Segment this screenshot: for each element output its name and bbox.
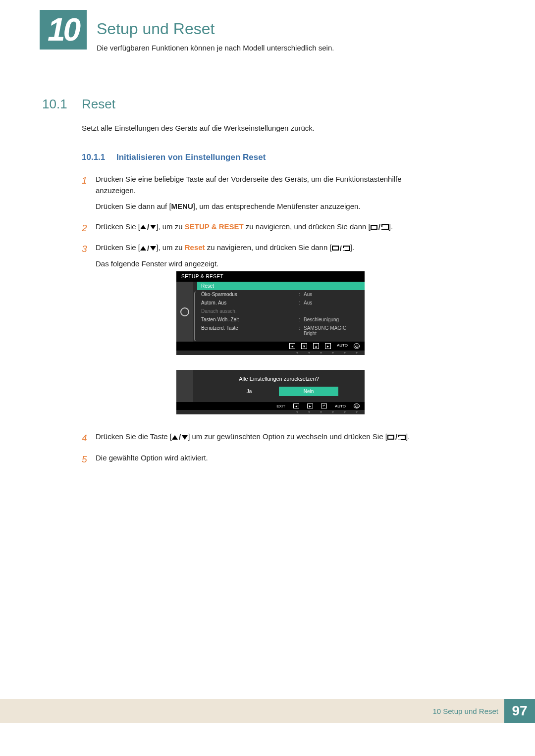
osd-row: Tasten-Wdh.-Zeit : Beschleunigung — [197, 315, 365, 324]
osd-row-value: Aus — [304, 300, 361, 305]
osd-row-label: Tasten-Wdh.-Zeit — [201, 317, 299, 322]
triangle-up-icon — [140, 225, 146, 229]
chapter-badge: 10 — [40, 10, 87, 50]
osd-row-label: Autom. Aus — [201, 300, 299, 305]
step-number: 1 — [82, 173, 96, 216]
step-number: 2 — [82, 221, 96, 237]
exit-label: EXIT — [276, 404, 285, 408]
step-2: 2 Drücken Sie [/], um zu SETUP & RESET z… — [82, 221, 443, 237]
power-icon: ⏻ — [354, 343, 360, 349]
subsection-title: Initialisieren von Einstellungen Reset — [116, 152, 266, 162]
chapter-number: 10 — [48, 11, 79, 48]
menu-label: MENU — [171, 202, 193, 210]
rect-icon — [332, 246, 339, 251]
step-5a: Die gewählte Option wird aktiviert. — [96, 452, 443, 463]
step-5: 5 Die gewählte Option wird aktiviert. — [82, 452, 443, 467]
step-number: 4 — [82, 431, 96, 447]
nav-left-icon: ◄ — [293, 403, 299, 408]
step-4: 4 Drücken Sie die Taste [/] um zur gewün… — [82, 431, 443, 447]
step-2a: Drücken Sie [/], um zu SETUP & RESET zu … — [96, 221, 443, 233]
nav-down-icon: ▼ — [301, 343, 307, 349]
txt: ], um das entsprechende Menüfenster anzu… — [193, 202, 361, 210]
osd-row-disabled: Danach aussch. — [197, 307, 365, 315]
step-3a: Drücken Sie [/], um zu Reset zu navigier… — [96, 242, 443, 254]
osd-row-value: Aus — [304, 292, 361, 297]
step-text: Die gewählte Option wird aktiviert. — [96, 452, 443, 467]
section-title: Reset — [82, 97, 115, 112]
txt: Drücken Sie [ — [96, 222, 140, 231]
triangle-up-icon — [140, 246, 146, 251]
rect-icon — [387, 435, 394, 440]
step-4a: Drücken Sie die Taste [/] um zur gewünsc… — [96, 431, 443, 443]
footer-text: 10 Setup und Reset — [432, 707, 498, 715]
osd-row-value: Beschleunigung — [304, 317, 361, 322]
txt: ], um zu — [156, 243, 185, 252]
txt: Drücken Sie dann auf [ — [96, 202, 171, 210]
txt: ]. — [389, 222, 393, 231]
nav-up-icon: ▲ — [313, 343, 319, 349]
osd-option-yes: Ja — [219, 387, 279, 396]
osd-option-no: Nein — [279, 387, 338, 396]
enter-icon — [343, 246, 350, 251]
osd-list: Reset Öko-Sparmodus : Aus Autom. Aus : A… — [193, 282, 365, 342]
auto-label: AUTO — [335, 404, 346, 408]
step-number: 3 — [82, 242, 96, 273]
up-down-icon: / — [172, 431, 188, 443]
osd-left-strip — [176, 370, 193, 402]
txt: Drücken Sie die Taste [ — [96, 432, 172, 441]
nav-left-icon: ◄ — [289, 343, 295, 349]
txt: zu navigieren, und drücken Sie dann [ — [205, 243, 332, 252]
osd-options: Ja Nein — [198, 387, 360, 396]
auto-label: AUTO — [337, 343, 348, 349]
txt: Drücken Sie [ — [96, 243, 140, 252]
triangle-down-icon — [150, 225, 156, 229]
select-icon: / — [332, 243, 350, 254]
osd-control-bar: ◄ ▼ ▲ ► AUTO ⏻ — [176, 342, 365, 351]
txt: ]. — [350, 243, 354, 252]
osd-row-label: Benutzerd. Taste — [201, 325, 299, 336]
steps-bottom: 4 Drücken Sie die Taste [/] um zur gewün… — [82, 431, 443, 472]
page-number: 97 — [504, 699, 535, 723]
step-text: Drücken Sie eine beliebige Taste auf der… — [96, 173, 443, 216]
up-down-icon: / — [140, 243, 156, 254]
osd-area: SETUP & RESET Reset Öko-Sparmodus : Aus … — [176, 271, 365, 429]
enter-icon — [381, 224, 389, 230]
chapter-subtitle: Die verfügbaren Funktionen können je nac… — [97, 44, 334, 52]
bracket-icon — [194, 292, 196, 341]
txt: ] um zur gewünschten Option zu wechseln … — [188, 432, 387, 441]
up-down-icon: / — [140, 221, 156, 233]
txt: ]. — [406, 432, 410, 441]
footer-bar: 10 Setup und Reset 97 — [0, 699, 535, 723]
gear-icon — [180, 307, 189, 316]
step-3: 3 Drücken Sie [/], um zu Reset zu navigi… — [82, 242, 443, 273]
osd-row: Autom. Aus : Aus — [197, 299, 365, 307]
section-number: 10.1 — [42, 97, 67, 112]
step-number: 5 — [82, 452, 96, 467]
osd-setup-reset-menu: SETUP & RESET Reset Öko-Sparmodus : Aus … — [176, 271, 365, 355]
power-icon: ⏻ — [354, 403, 360, 408]
osd-category-icon — [176, 282, 193, 342]
osd-row-label: Reset — [201, 283, 361, 289]
select-icon: / — [371, 221, 389, 233]
triangle-down-icon — [150, 246, 156, 251]
osd-title: SETUP & RESET — [176, 271, 365, 282]
step-text: Drücken Sie [/], um zu SETUP & RESET zu … — [96, 221, 443, 237]
step-1b: Drücken Sie dann auf [MENU], um das ents… — [96, 201, 443, 212]
osd-marker-row: ▾▾▾▾▾▾ — [176, 351, 365, 355]
step-1a: Drücken Sie eine beliebige Taste auf der… — [96, 173, 443, 197]
accent-text: SETUP & RESET — [185, 222, 244, 231]
osd-row: Benutzerd. Taste : SAMSUNG MAGIC Bright — [197, 324, 365, 338]
osd-row-label: Öko-Sparmodus — [201, 292, 299, 297]
triangle-up-icon — [172, 435, 178, 440]
enter-icon: ↵ — [321, 403, 327, 408]
osd-control-bar: EXIT ◄ ► ↵ AUTO ⏻ — [176, 402, 365, 410]
step-3b: Das folgende Fenster wird angezeigt. — [96, 258, 443, 269]
rect-icon — [371, 225, 377, 230]
osd-question: Alle Einstellungen zurücksetzen? — [198, 376, 360, 382]
nav-right-icon: ► — [307, 403, 313, 408]
nav-right-icon: ► — [325, 343, 331, 349]
triangle-down-icon — [182, 435, 188, 440]
step-text: Drücken Sie [/], um zu Reset zu navigier… — [96, 242, 443, 273]
section-desc: Setzt alle Einstellungen des Geräts auf … — [82, 124, 315, 132]
select-icon: / — [387, 431, 406, 443]
